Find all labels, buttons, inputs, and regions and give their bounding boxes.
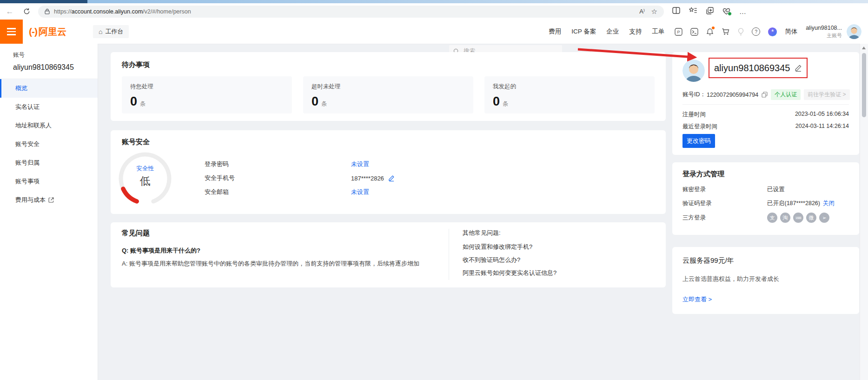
security-gauge: 安全性 低	[117, 151, 173, 207]
account-id-label: 账号ID：	[682, 91, 706, 99]
url-text[interactable]: https://account.console.aliyun.com/v2/#/…	[54, 8, 191, 15]
todo-box-initiated[interactable]: 我发起的 0条	[484, 76, 655, 113]
tips-bulb-icon[interactable]	[738, 28, 744, 36]
sidebar-account-name: aliyun9810869345	[13, 63, 98, 72]
copy-icon[interactable]	[762, 92, 768, 98]
account-id-value: 1220072905994794	[707, 92, 758, 98]
gauge-label: 安全性	[117, 165, 173, 173]
sidebar-item-contacts[interactable]: 地址和联系人	[0, 116, 98, 135]
faq-link-no-code[interactable]: 收不到验证码怎么办?	[463, 256, 520, 264]
collections-icon[interactable]	[706, 7, 714, 16]
address-bar[interactable]: https://account.console.aliyun.com/v2/#/…	[38, 6, 664, 18]
security-phone-value: 187****2826	[351, 175, 384, 182]
last-login-label: 最近登录时间	[682, 123, 717, 131]
alipay-icon[interactable]: 支	[767, 213, 777, 223]
code-login-value: 已开启(187****2826)	[767, 200, 820, 207]
sidebar-item-security[interactable]: 账号安全	[0, 135, 98, 153]
refresh-button[interactable]	[20, 6, 33, 18]
profile-avatar[interactable]	[682, 60, 705, 82]
code-login-disable-link[interactable]: 关闭	[823, 200, 835, 207]
todo-count: 0	[493, 94, 500, 109]
header-account[interactable]: aliyun98108... 主账号	[806, 25, 842, 39]
todo-box-pending[interactable]: 待您处理 0条	[122, 76, 292, 113]
faq-card: 常见问题 Q: 账号事项是用来干什么的? A: 账号事项是用来帮助您管理账号中的…	[111, 222, 666, 287]
change-password-button[interactable]: 更改密码	[682, 134, 715, 148]
aliyun-logo-mark: (-)	[29, 26, 37, 37]
faq-title: 常见问题	[122, 229, 150, 238]
header-account-type: 主账号	[827, 32, 842, 39]
password-login-value: 已设置	[767, 186, 785, 193]
split-screen-icon[interactable]	[672, 7, 680, 16]
todo-title: 待办事项	[122, 60, 150, 69]
essentials-status-dot	[728, 12, 732, 16]
back-button[interactable]: ←	[3, 6, 17, 18]
weibo-icon[interactable]: 微	[806, 213, 816, 223]
sidebar-item-matters[interactable]: 账号事项	[0, 172, 98, 191]
nav-tickets[interactable]: 工单	[652, 27, 664, 36]
faq-link-change-realname[interactable]: 阿里云账号如何变更实名认证信息?	[463, 269, 557, 277]
cloudshell-icon[interactable]	[690, 28, 698, 36]
faq-link-bind-phone[interactable]: 如何设置和修改绑定手机?	[463, 243, 532, 251]
login-methods-card: 登录方式管理 账密登录 已设置 验证码登录 已开启(187****2826) 关…	[672, 162, 859, 235]
external-link-icon	[48, 197, 54, 203]
security-email-label: 安全邮箱	[205, 188, 351, 196]
promo-title: 云服务器99元/年	[682, 256, 734, 265]
browser-menu-icon[interactable]: …	[739, 7, 747, 15]
dingtalk-icon[interactable]: ➢	[819, 213, 829, 223]
promo-view-link[interactable]: 立即查看 >	[682, 295, 712, 304]
sidebar-item-ownership[interactable]: 账号归属	[0, 153, 98, 172]
todo-count: 0	[311, 94, 318, 109]
taobao-icon[interactable]: 淘	[780, 213, 790, 223]
language-switch[interactable]: 简体	[785, 27, 797, 36]
scrollbar-up-arrow[interactable]	[862, 47, 866, 49]
todo-box-overdue[interactable]: 超时未处理 0条	[303, 76, 473, 113]
products-menu-button[interactable]	[0, 20, 23, 44]
workbench-label: 工作台	[105, 27, 123, 36]
register-time-value: 2023-01-05 16:06:34	[795, 111, 849, 119]
1688-icon[interactable]: 1688	[793, 213, 803, 223]
sidebar-item-overview[interactable]: 概览	[0, 79, 98, 98]
cart-icon[interactable]	[722, 28, 730, 35]
login-password-set-link[interactable]: 未设置	[351, 160, 369, 168]
notifications-bell-icon[interactable]	[706, 28, 714, 36]
todo-card: 待办事项 待您处理 0条 超时未处理 0条 我发起的 0条	[111, 52, 666, 121]
gauge-value: 低	[117, 174, 173, 188]
international-icon[interactable]: *	[768, 27, 777, 36]
lock-icon[interactable]	[45, 8, 50, 14]
svg-text:P: P	[677, 30, 680, 34]
register-time-label: 注册时间	[682, 111, 706, 119]
scrollbar-thumb[interactable]	[862, 53, 866, 117]
last-login-value: 2024-03-11 14:26:14	[795, 123, 849, 131]
nav-billing[interactable]: 费用	[549, 27, 561, 36]
nav-support[interactable]: 支持	[629, 27, 642, 36]
third-party-login-label: 三方登录	[682, 214, 767, 222]
help-icon[interactable]: ?	[752, 27, 760, 36]
favorites-icon[interactable]	[689, 7, 697, 16]
nav-enterprise[interactable]: 企业	[606, 27, 619, 36]
page-scrollbar[interactable]	[860, 44, 868, 380]
header-avatar[interactable]	[847, 24, 861, 39]
home-icon: ⌂	[99, 28, 102, 35]
read-aloud-icon[interactable]: A)	[639, 8, 644, 15]
profile-name: aliyun9810869345	[714, 63, 790, 73]
security-title: 账号安全	[122, 138, 150, 147]
password-login-label: 账密登录	[682, 186, 767, 193]
promo-subtitle: 上云首选普惠权益，助力开发者成长	[682, 275, 779, 283]
sidebar-item-billing[interactable]: 费用与成本	[0, 191, 98, 209]
window-frame-accent	[0, 0, 87, 3]
refresh-icon	[23, 8, 30, 15]
edit-phone-icon[interactable]	[388, 175, 395, 181]
sidebar-item-realname[interactable]: 实名认证	[0, 98, 98, 116]
student-verify-link[interactable]: 前往学生验证 >	[804, 89, 849, 100]
browser-essentials-icon[interactable]	[722, 8, 730, 15]
app-icon[interactable]: P	[675, 28, 682, 36]
workbench-button[interactable]: ⌂ 工作台	[93, 25, 129, 38]
aliyun-logo[interactable]: (-) 阿里云	[29, 20, 66, 44]
nav-icp[interactable]: ICP 备案	[571, 27, 596, 36]
aliyun-logo-text: 阿里云	[39, 26, 66, 38]
add-favorite-icon[interactable]: ☆	[651, 7, 657, 16]
faq-question: Q: 账号事项是用来干什么的?	[122, 247, 200, 255]
edit-name-icon[interactable]	[795, 64, 802, 72]
todo-count: 0	[130, 94, 137, 109]
security-email-set-link[interactable]: 未设置	[351, 188, 369, 196]
